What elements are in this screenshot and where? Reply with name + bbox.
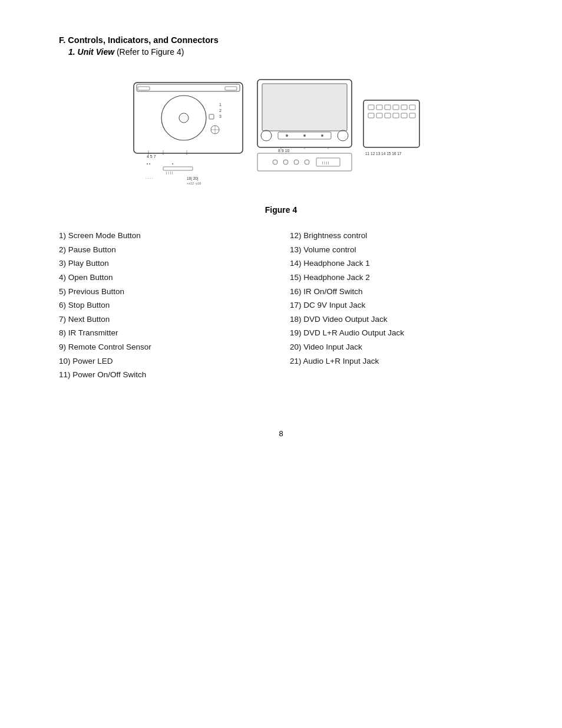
svg-point-4 [161,95,206,140]
list-item: 6) Stop Button [59,298,272,312]
svg-rect-1 [137,84,240,91]
section-subtitle: 1. Unit View (Refer to Figure 4) [59,47,503,57]
components-list: 1) Screen Mode Button2) Pause Button3) P… [59,229,503,382]
svg-rect-2 [138,87,150,90]
section-title: F. Controls, Indicators, and Connectors [59,35,503,45]
list-item: 12) Brightness control [290,229,503,243]
figure-area: 1 2 3 4 5 7 • • • | | | | · · · · 18| 20… [59,71,503,200]
svg-text:4  5  7: 4 5 7 [147,154,156,159]
svg-text:·  ·  ·  ·: · · · · [146,176,153,180]
svg-point-40 [294,160,299,164]
svg-rect-6 [209,114,214,119]
list-item: 1) Screen Mode Button [59,229,272,243]
svg-rect-44 [363,100,419,147]
svg-point-30 [286,134,288,137]
list-item: 19) DVD L+R Audio Output Jack [290,326,503,340]
figure-caption: Figure 4 [59,205,503,215]
svg-text:3: 3 [219,114,222,118]
list-item: 9) Remote Control Sensor [59,340,272,354]
svg-point-32 [321,134,323,137]
svg-rect-56 [409,113,415,118]
svg-text:8      9      10: 8 9 10 [278,149,290,153]
page-content: F. Controls, Indicators, and Connectors … [59,35,503,438]
list-item: 10) Power LED [59,354,272,368]
svg-text:| | | |: | | | | [322,161,329,164]
svg-point-27 [261,130,272,141]
left-column: 1) Screen Mode Button2) Pause Button3) P… [59,229,284,382]
svg-text:| | | |: | | | | [166,171,173,174]
svg-rect-46 [376,105,382,110]
list-item: 4) Open Button [59,271,272,285]
page-number: 8 [59,429,503,438]
svg-rect-49 [401,105,407,110]
list-item: 21) Audio L+R Input Jack [290,354,503,368]
subtitle-italic: 1. Unit View [68,47,114,57]
list-item: 7) Next Button [59,312,272,327]
svg-rect-51 [368,113,374,118]
list-item: 3) Play Button [59,256,272,271]
list-item: 13) Volume control [290,243,503,257]
svg-point-28 [338,130,348,141]
svg-rect-55 [401,113,407,118]
svg-text:11 12 13 14 15 16 17: 11 12 13 14 15 16 17 [365,151,402,156]
svg-point-41 [305,160,309,164]
svg-text:•: • [172,162,174,166]
svg-rect-54 [393,113,399,118]
right-column: 12) Brightness control13) Volume control… [284,229,503,382]
svg-text:• •: • • [147,162,151,166]
svg-text:1: 1 [219,103,222,107]
list-item: 11) Power On/Off Switch [59,368,272,382]
list-item: 20) Video Input Jack [290,340,503,354]
svg-point-39 [283,160,288,164]
svg-rect-26 [263,84,346,130]
list-item: 17) DC 9V Input Jack [290,298,503,312]
list-item: 2) Pause Button [59,243,272,257]
list-item: 16) IR On/Off Switch [290,285,503,299]
svg-point-38 [273,160,277,164]
list-item: 18) DVD Video Output Jack [290,312,503,327]
svg-text:18| 20|: 18| 20| [187,176,199,181]
svg-text:2: 2 [219,108,222,113]
subtitle-rest: (Refer to Figure 4) [114,47,184,57]
svg-rect-47 [385,105,391,110]
list-item: 14) Headphone Jack 1 [290,256,503,271]
svg-rect-52 [376,113,382,118]
svg-rect-53 [385,113,391,118]
list-item: 8) IR Transmitter [59,326,272,340]
figure-diagram: 1 2 3 4 5 7 • • • | | | | · · · · 18| 20… [128,71,434,200]
svg-rect-3 [225,87,237,90]
svg-point-31 [303,134,306,137]
svg-rect-45 [368,105,374,110]
svg-text:+x12  -y16: +x12 -y16 [187,182,201,185]
svg-rect-48 [393,105,399,110]
svg-rect-19 [163,167,193,170]
list-item: 15) Headphone Jack 2 [290,271,503,285]
svg-rect-50 [409,105,415,110]
svg-point-5 [179,113,189,123]
list-item: 5) Previous Button [59,285,272,299]
